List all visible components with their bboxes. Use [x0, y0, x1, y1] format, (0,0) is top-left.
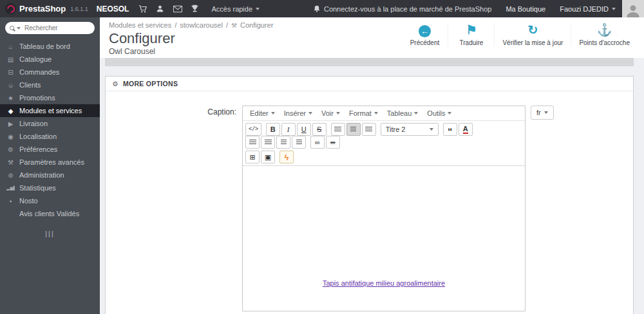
- image-button[interactable]: ▣: [261, 151, 275, 163]
- sidebar-item-label: Administration: [19, 171, 64, 179]
- shipping-icon: ▶: [6, 120, 15, 127]
- page-subtitle: Owl Carousel: [109, 47, 644, 56]
- breadcrumb-modules[interactable]: Modules et services: [109, 21, 171, 29]
- sidebar-item-label: Catalogue: [19, 55, 52, 63]
- quick-access-menu[interactable]: Accès rapide: [204, 0, 267, 17]
- sidebar-item-nosto[interactable]: ▪ Nosto: [0, 194, 100, 207]
- indent-button[interactable]: [292, 136, 306, 149]
- more-options-panel: ⚙ MORE OPTIONS Caption: Editer Insérer V…: [105, 76, 634, 314]
- my-shop-label: Ma Boutique: [506, 5, 545, 13]
- user-menu[interactable]: Faouzi DJEDID: [553, 5, 622, 13]
- menu-table[interactable]: Tableau: [383, 107, 423, 119]
- avatar[interactable]: [622, 0, 644, 17]
- chevron-down-icon: [612, 8, 616, 10]
- numbered-list-button[interactable]: [261, 136, 275, 149]
- align-left-icon: [334, 127, 341, 133]
- unlink-button[interactable]: ∞: [326, 136, 340, 149]
- sidebar-item-promotions[interactable]: ★ Promotions: [0, 91, 100, 104]
- menu-tools[interactable]: Outils: [422, 107, 456, 119]
- sidebar-item-label: Modules et services: [19, 107, 82, 115]
- editor-content-area[interactable]: Tapis antifatique milieu agroalimentaire: [243, 165, 525, 311]
- sidebar-item-label: Livraison: [19, 120, 48, 127]
- sidebar-item-avis-clients-valides[interactable]: Avis clients Validés: [0, 207, 100, 220]
- menu-insert[interactable]: Insérer: [279, 107, 317, 119]
- mail-icon[interactable]: [169, 0, 186, 17]
- anchor-icon: ⚓: [579, 23, 630, 38]
- italic-button[interactable]: I: [281, 123, 296, 136]
- format-select[interactable]: Titre 2: [381, 123, 439, 136]
- check-update-button[interactable]: ↻ Vérifier la mise à jour: [494, 23, 571, 46]
- quick-access-label: Accès rapide: [211, 5, 252, 13]
- sidebar-search[interactable]: [5, 22, 95, 34]
- sidebar-item-label: Statistiques: [19, 184, 56, 192]
- editor-toolbar-row-1: </> B I U S Titre 2: [243, 121, 525, 149]
- link-button[interactable]: ∞: [310, 136, 325, 149]
- language-selector[interactable]: fr: [531, 106, 554, 120]
- sidebar-item-preferences[interactable]: ⚙ Préférences: [0, 143, 100, 156]
- back-arrow-icon: ←: [419, 25, 431, 37]
- prestashop-logo[interactable]: PrestaShop 1.6.1.1 NEOSOL: [0, 3, 134, 14]
- menu-edit[interactable]: Editer: [245, 107, 279, 119]
- menu-format[interactable]: Format: [345, 107, 383, 119]
- my-shop-link[interactable]: Ma Boutique: [498, 5, 553, 13]
- outdent-button[interactable]: [276, 136, 290, 149]
- catalog-icon: ▤: [6, 56, 15, 63]
- sidebar-item-commandes[interactable]: ⊟ Commandes: [0, 66, 100, 78]
- marketplace-label: Connectez-vous à la place de marché de P…: [324, 5, 492, 13]
- sidebar-item-catalogue[interactable]: ▤ Catalogue: [0, 53, 100, 66]
- table-button[interactable]: ⊞: [245, 151, 260, 163]
- chevron-down-icon[interactable]: [17, 27, 21, 30]
- modules-icon: ◆: [6, 107, 15, 115]
- sidebar-item-label: Avis clients Validés: [19, 210, 79, 217]
- editor-menubar: Editer Insérer Voir Format Tableau: [243, 106, 525, 121]
- flash-templates-button[interactable]: ϟ: [279, 151, 294, 163]
- align-right-icon: [365, 127, 372, 133]
- align-center-icon: [350, 127, 356, 133]
- stats-icon: ▂▅▇: [6, 185, 15, 190]
- sidebar-item-administration[interactable]: ⊚ Administration: [0, 169, 100, 181]
- menu-view[interactable]: Voir: [317, 107, 345, 119]
- marketplace-link[interactable]: Connectez-vous à la place de marché de P…: [307, 5, 498, 13]
- person-silhouette-icon: [626, 3, 640, 17]
- header-toolbar: ← Précédent ⚑ Traduire ↻ Vérifier la mis…: [401, 23, 638, 46]
- caption-label: Caption:: [106, 106, 242, 116]
- hooks-button[interactable]: ⚓ Points d'accroche: [571, 23, 638, 46]
- promotions-icon: ★: [6, 95, 15, 102]
- cart-icon[interactable]: [134, 0, 151, 17]
- underline-button[interactable]: U: [297, 123, 311, 136]
- bullet-list-button[interactable]: [245, 136, 260, 149]
- chevron-down-icon: [308, 112, 312, 115]
- sidebar-item-tableau-de-bord[interactable]: ⌂ Tableau de bord: [0, 40, 100, 53]
- breadcrumb-module-name[interactable]: stowlcarousel: [180, 21, 223, 29]
- localization-icon: ◉: [6, 133, 15, 140]
- sidebar-item-localisation[interactable]: ◉ Localisation: [0, 130, 100, 143]
- sidebar-collapse-toggle[interactable]: |||: [0, 230, 100, 237]
- previous-button[interactable]: ← Précédent: [401, 23, 448, 46]
- breadcrumb-separator: /: [175, 21, 176, 29]
- sidebar-item-modules-et-services[interactable]: ◆ Modules et services: [0, 104, 100, 117]
- content-link[interactable]: Tapis antifatique milieu agroalimentaire: [323, 279, 445, 287]
- sidebar-item-parametres-avances[interactable]: ⚒ Paramètres avancés: [0, 156, 100, 169]
- search-input[interactable]: [23, 24, 90, 32]
- action-label: Points d'accroche: [579, 39, 630, 46]
- action-label: Traduire: [456, 39, 486, 46]
- outdent-icon: [281, 140, 287, 145]
- source-code-button[interactable]: </>: [245, 123, 261, 136]
- align-center-button[interactable]: [346, 123, 361, 136]
- advanced-settings-icon: ⚒: [6, 159, 15, 166]
- text-color-button[interactable]: A: [459, 123, 473, 136]
- chevron-down-icon: [430, 128, 433, 131]
- customer-icon[interactable]: [151, 0, 169, 17]
- align-right-button[interactable]: [362, 123, 376, 136]
- sidebar-item-livraison[interactable]: ▶ Livraison: [0, 117, 100, 130]
- prestashop-logo-icon: [5, 3, 16, 14]
- translate-button[interactable]: ⚑ Traduire: [448, 23, 494, 46]
- trophy-icon[interactable]: [186, 0, 204, 17]
- blockquote-button[interactable]: “: [443, 123, 457, 136]
- sidebar-item-clients[interactable]: ☺ Clients: [0, 78, 100, 91]
- page-header: Modules et services / stowlcarousel / ⚒ …: [100, 17, 644, 58]
- bold-button[interactable]: B: [266, 123, 280, 136]
- sidebar-item-statistiques[interactable]: ▂▅▇ Statistiques: [0, 181, 100, 194]
- strikethrough-button[interactable]: S: [312, 123, 327, 136]
- align-left-button[interactable]: [331, 123, 345, 136]
